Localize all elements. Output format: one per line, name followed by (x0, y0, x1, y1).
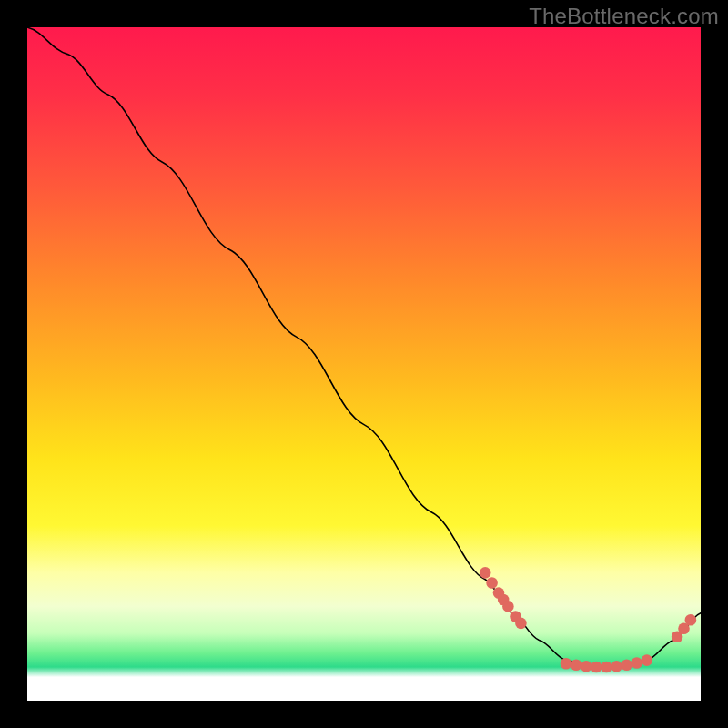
watermark-text: TheBottleneck.com (529, 4, 719, 29)
chart-marker (611, 661, 622, 672)
chart-marker (515, 618, 527, 630)
chart-marker (631, 657, 642, 669)
chart-marker (591, 662, 602, 673)
chart-marker (581, 661, 592, 672)
chart-marker (486, 577, 498, 589)
chart-marker (561, 658, 572, 670)
chart-marker (601, 662, 612, 673)
chart-marker (571, 659, 582, 671)
chart-line (27, 27, 701, 667)
chart-marker (642, 654, 653, 666)
chart-markers (480, 567, 696, 672)
chart-plot-area (27, 27, 701, 701)
chart-marker (685, 614, 697, 626)
chart-marker (621, 659, 632, 671)
chart-marker (480, 567, 491, 579)
chart-svg (27, 27, 701, 701)
chart-marker (502, 601, 514, 612)
